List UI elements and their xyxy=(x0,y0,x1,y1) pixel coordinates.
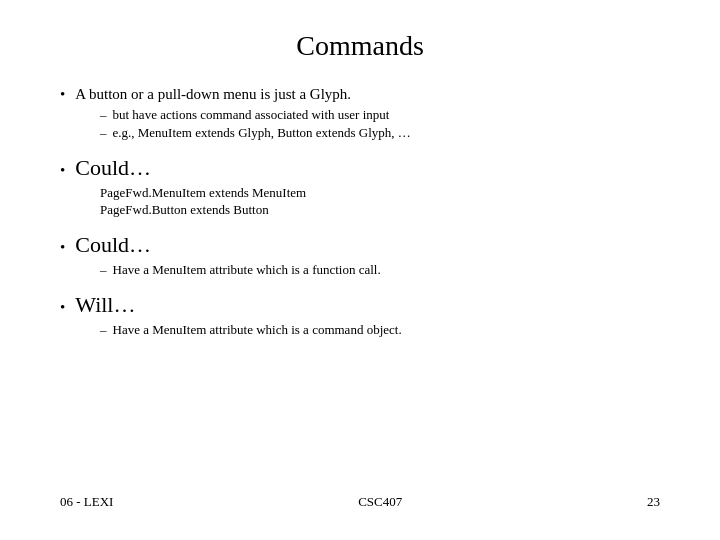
sub-bullet-text-4-1: Have a MenuItem attribute which is a com… xyxy=(113,322,402,338)
sub-bullet-1-2: – e.g., MenuItem extends Glyph, Button e… xyxy=(100,125,660,141)
sub-bullet-text-3-1: Have a MenuItem attribute which is a fun… xyxy=(113,262,381,278)
bullet-main-1: • A button or a pull-down menu is just a… xyxy=(60,86,660,103)
sub-bullet-4-1: – Have a MenuItem attribute which is a c… xyxy=(100,322,660,338)
bullet-section-2: • Could… PageFwd.MenuItem extends MenuIt… xyxy=(60,155,660,218)
code-lines-2: PageFwd.MenuItem extends MenuItem PageFw… xyxy=(100,185,660,218)
bullet-text-4: Will… xyxy=(75,292,135,318)
footer-center: CSC407 xyxy=(358,494,402,510)
bullet-main-4: • Will… xyxy=(60,292,660,318)
slide: Commands • A button or a pull-down menu … xyxy=(0,0,720,540)
bullet-text-2: Could… xyxy=(75,155,151,181)
sub-bullets-1: – but have actions command associated wi… xyxy=(100,107,660,141)
bullet-text-3: Could… xyxy=(75,232,151,258)
bullet-section-4: • Will… – Have a MenuItem attribute whic… xyxy=(60,292,660,338)
bullet-dot-2: • xyxy=(60,162,65,179)
sub-bullets-4: – Have a MenuItem attribute which is a c… xyxy=(100,322,660,338)
sub-dash-3-1: – xyxy=(100,262,107,278)
footer-left: 06 - LEXI xyxy=(60,494,113,510)
sub-bullet-3-1: – Have a MenuItem attribute which is a f… xyxy=(100,262,660,278)
bullet-main-3: • Could… xyxy=(60,232,660,258)
sub-bullet-1-1: – but have actions command associated wi… xyxy=(100,107,660,123)
code-line-2-2: PageFwd.Button extends Button xyxy=(100,202,660,218)
bullet-section-3: • Could… – Have a MenuItem attribute whi… xyxy=(60,232,660,278)
sub-dash-1-1: – xyxy=(100,107,107,123)
slide-title: Commands xyxy=(60,30,660,62)
sub-bullet-text-1-2: e.g., MenuItem extends Glyph, Button ext… xyxy=(113,125,411,141)
sub-dash-4-1: – xyxy=(100,322,107,338)
slide-footer: 06 - LEXI CSC407 23 xyxy=(60,484,660,510)
bullet-main-2: • Could… xyxy=(60,155,660,181)
bullet-dot-3: • xyxy=(60,239,65,256)
sub-bullet-text-1-1: but have actions command associated with… xyxy=(113,107,390,123)
bullet-dot-1: • xyxy=(60,86,65,103)
sub-bullets-3: – Have a MenuItem attribute which is a f… xyxy=(100,262,660,278)
bullet-text-1: A button or a pull-down menu is just a G… xyxy=(75,86,351,103)
bullet-dot-4: • xyxy=(60,299,65,316)
footer-right: 23 xyxy=(647,494,660,510)
bullet-section-1: • A button or a pull-down menu is just a… xyxy=(60,86,660,141)
content-area: • A button or a pull-down menu is just a… xyxy=(60,86,660,484)
code-line-2-1: PageFwd.MenuItem extends MenuItem xyxy=(100,185,660,201)
sub-dash-1-2: – xyxy=(100,125,107,141)
